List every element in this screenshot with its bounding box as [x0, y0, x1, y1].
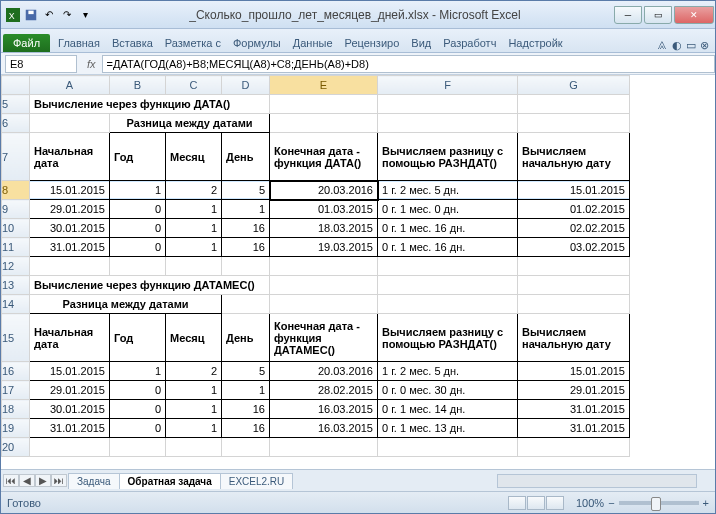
hscrollbar[interactable] — [497, 474, 697, 488]
minimize-button[interactable]: ─ — [614, 6, 642, 24]
spreadsheet-grid[interactable]: ABCDEFG5Вычисление через функцию ДАТА()6… — [1, 75, 715, 469]
cell[interactable] — [378, 276, 518, 295]
row-header[interactable]: 13 — [2, 276, 30, 295]
cell[interactable]: Вычисление через функцию ДАТА() — [30, 95, 270, 114]
cell[interactable]: 19.03.2015 — [270, 238, 378, 257]
row-header[interactable]: 16 — [2, 362, 30, 381]
sheet-tab-0[interactable]: Задача — [68, 473, 120, 489]
cell[interactable]: 29.01.2015 — [30, 381, 110, 400]
cell[interactable]: Вычисляем разницу с помощью РАЗНДАТ() — [378, 133, 518, 181]
cell[interactable]: 0 — [110, 219, 166, 238]
cell[interactable] — [30, 257, 110, 276]
cell[interactable]: 1 г. 2 мес. 5 дн. — [378, 362, 518, 381]
cell[interactable]: 1 — [222, 381, 270, 400]
cell[interactable]: Вычисление через функцию ДАТАМЕС() — [30, 276, 270, 295]
qat-more-icon[interactable]: ▾ — [77, 7, 93, 23]
row-header[interactable]: 17 — [2, 381, 30, 400]
cell[interactable]: День — [222, 314, 270, 362]
cell[interactable]: 03.02.2015 — [518, 238, 630, 257]
cell[interactable]: 0 — [110, 381, 166, 400]
cell[interactable]: Месяц — [166, 133, 222, 181]
cell[interactable]: 02.02.2015 — [518, 219, 630, 238]
cell[interactable] — [110, 257, 166, 276]
row-header[interactable]: 5 — [2, 95, 30, 114]
col-header[interactable]: A — [30, 76, 110, 95]
cell[interactable]: 15.01.2015 — [518, 181, 630, 200]
row-header[interactable]: 9 — [2, 200, 30, 219]
help-icon[interactable]: ◐ — [672, 39, 682, 52]
cell[interactable]: 0 г. 1 мес. 13 дн. — [378, 419, 518, 438]
tab-formulas[interactable]: Формулы — [227, 34, 287, 52]
cell[interactable] — [518, 438, 630, 457]
cell[interactable]: Год — [110, 133, 166, 181]
cell[interactable] — [518, 276, 630, 295]
zoom-out-button[interactable]: − — [608, 497, 614, 509]
cell[interactable] — [30, 438, 110, 457]
row-header[interactable]: 14 — [2, 295, 30, 314]
cell[interactable]: 1 г. 2 мес. 5 дн. — [378, 181, 518, 200]
view-layout-icon[interactable] — [527, 496, 545, 510]
tab-insert[interactable]: Вставка — [106, 34, 159, 52]
cell[interactable]: Начальная дата — [30, 133, 110, 181]
tab-addins[interactable]: Надстройк — [502, 34, 568, 52]
tab-next-icon[interactable]: ▶ — [35, 474, 51, 487]
cell[interactable]: Месяц — [166, 314, 222, 362]
cell[interactable] — [110, 438, 166, 457]
redo-icon[interactable]: ↷ — [59, 7, 75, 23]
window-close-icon[interactable]: ⊗ — [700, 39, 709, 52]
col-header[interactable]: E — [270, 76, 378, 95]
zoom-in-button[interactable]: + — [703, 497, 709, 509]
tab-first-icon[interactable]: ⏮ — [3, 474, 19, 487]
col-header[interactable]: B — [110, 76, 166, 95]
cell[interactable] — [518, 95, 630, 114]
cell[interactable]: 1 — [166, 381, 222, 400]
cell[interactable]: 31.01.2015 — [30, 238, 110, 257]
row-header[interactable]: 8 — [2, 181, 30, 200]
cell[interactable]: 15.01.2015 — [518, 362, 630, 381]
cell[interactable]: 2 — [166, 181, 222, 200]
cell[interactable]: Вычисляем начальную дату — [518, 133, 630, 181]
cell[interactable]: 01.03.2015 — [270, 200, 378, 219]
cell[interactable]: 16 — [222, 219, 270, 238]
cell[interactable]: 0 — [110, 419, 166, 438]
col-header[interactable]: G — [518, 76, 630, 95]
cell[interactable] — [270, 438, 378, 457]
cell[interactable]: 15.01.2015 — [30, 181, 110, 200]
cell[interactable]: Конечная дата - функция ДАТА() — [270, 133, 378, 181]
cell[interactable]: День — [222, 133, 270, 181]
row-header[interactable]: 11 — [2, 238, 30, 257]
cell[interactable]: 15.01.2015 — [30, 362, 110, 381]
ribbon-min-icon[interactable]: ⩓ — [657, 39, 668, 52]
cell[interactable]: 18.03.2015 — [270, 219, 378, 238]
cell[interactable] — [518, 114, 630, 133]
cell[interactable]: 1 — [166, 238, 222, 257]
cell[interactable]: 1 — [222, 200, 270, 219]
row-header[interactable]: 10 — [2, 219, 30, 238]
cell[interactable]: 0 г. 1 мес. 0 дн. — [378, 200, 518, 219]
cell[interactable]: Год — [110, 314, 166, 362]
row-header[interactable]: 20 — [2, 438, 30, 457]
view-normal-icon[interactable] — [508, 496, 526, 510]
cell[interactable] — [270, 114, 378, 133]
sheet-tab-1[interactable]: Обратная задача — [119, 473, 221, 489]
tab-developer[interactable]: Разработч — [437, 34, 502, 52]
close-button[interactable]: ✕ — [674, 6, 714, 24]
cell[interactable] — [270, 257, 378, 276]
cell[interactable]: 0 — [110, 238, 166, 257]
sheet-tab-2[interactable]: EXCEL2.RU — [220, 473, 294, 489]
cell[interactable]: 29.01.2015 — [518, 381, 630, 400]
cell[interactable]: 0 — [110, 200, 166, 219]
cell[interactable]: Начальная дата — [30, 314, 110, 362]
tab-view[interactable]: Вид — [405, 34, 437, 52]
cell[interactable] — [378, 295, 518, 314]
cell[interactable] — [378, 95, 518, 114]
cell[interactable]: 5 — [222, 362, 270, 381]
cell[interactable]: 01.02.2015 — [518, 200, 630, 219]
undo-icon[interactable]: ↶ — [41, 7, 57, 23]
cell[interactable]: 31.01.2015 — [518, 400, 630, 419]
tab-data[interactable]: Данные — [287, 34, 339, 52]
row-header[interactable]: 12 — [2, 257, 30, 276]
cell[interactable]: 16.03.2015 — [270, 400, 378, 419]
maximize-button[interactable]: ▭ — [644, 6, 672, 24]
cell[interactable]: 0 г. 1 мес. 14 дн. — [378, 400, 518, 419]
